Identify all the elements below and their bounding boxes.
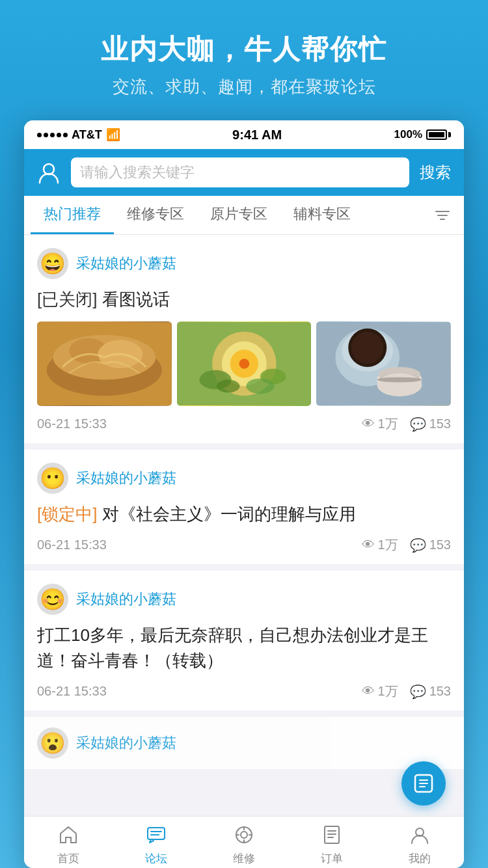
tab-original[interactable]: 原片专区 xyxy=(197,196,280,234)
post-image-1a xyxy=(37,321,172,406)
svg-point-16 xyxy=(246,379,274,394)
comment-icon-3: 💬 xyxy=(410,684,426,699)
svg-point-15 xyxy=(217,380,239,393)
svg-point-26 xyxy=(377,373,422,396)
search-placeholder: 请输入搜索关键字 xyxy=(80,163,195,182)
hero-title: 业内大咖，牛人帮你忙 xyxy=(13,31,475,68)
forum-icon xyxy=(146,824,167,848)
user-icon-button[interactable] xyxy=(34,158,63,187)
tab-repair[interactable]: 维修专区 xyxy=(114,196,197,234)
eye-icon-3: 👁 xyxy=(362,684,375,699)
mine-icon xyxy=(409,824,430,848)
tab-order[interactable]: 订单 xyxy=(288,819,376,866)
post-title-main-1: 看图说话 xyxy=(97,290,169,309)
post-images-1 xyxy=(37,321,451,406)
tab-mine[interactable]: 我的 xyxy=(376,819,464,866)
svg-rect-32 xyxy=(148,828,165,839)
signal-dots xyxy=(37,133,68,137)
views-3: 👁 1万 xyxy=(362,683,398,700)
comments-count-1: 153 xyxy=(429,416,451,431)
post-card-2[interactable]: 😶 采姑娘的小蘑菇 [锁定中] 对《社会主义》一词的理解与应用 06-21 15… xyxy=(24,450,464,564)
order-icon xyxy=(321,824,342,848)
post-date-1: 06-21 15:33 xyxy=(37,416,107,431)
hero-subtitle: 交流、求助、趣闻，都在聚玻论坛 xyxy=(13,75,475,98)
tab-mine-label: 我的 xyxy=(409,851,431,866)
comments-3: 💬 153 xyxy=(410,684,451,699)
post-title-2: [锁定中] 对《社会主义》一词的理解与应用 xyxy=(37,502,451,527)
repair-icon xyxy=(234,824,254,848)
views-count-2: 1万 xyxy=(378,536,398,554)
post-image-1c xyxy=(316,321,451,406)
post-stats-2: 👁 1万 💬 153 xyxy=(362,536,452,554)
comments-2: 💬 153 xyxy=(410,537,451,553)
post-author-3: 😊 采姑娘的小蘑菇 xyxy=(37,584,451,615)
views-1: 👁 1万 xyxy=(362,415,398,433)
tab-hot[interactable]: 热门推荐 xyxy=(31,196,114,234)
status-bar: AT&T 📶 9:41 AM 100% xyxy=(24,120,464,149)
svg-point-36 xyxy=(241,832,247,838)
tab-home-label: 首页 xyxy=(57,851,79,866)
post-title-1: [已关闭] 看图说话 xyxy=(37,287,451,312)
carrier-label: AT&T xyxy=(72,128,102,142)
hero-section: 业内大咖，牛人帮你忙 交流、求助、趣闻，都在聚玻论坛 xyxy=(0,0,488,118)
search-button[interactable]: 搜索 xyxy=(417,162,454,183)
avatar-1: 😄 xyxy=(37,248,68,279)
tab-home[interactable]: 首页 xyxy=(24,819,112,866)
status-left: AT&T 📶 xyxy=(37,128,120,142)
views-count-1: 1万 xyxy=(378,415,398,433)
post-tag-closed: [已关闭] xyxy=(37,290,97,309)
search-input[interactable]: 请输入搜索关键字 xyxy=(71,157,409,187)
battery-percent: 100% xyxy=(394,128,422,141)
avatar-2: 😶 xyxy=(37,463,68,494)
post-meta-3: 06-21 15:33 👁 1万 💬 153 xyxy=(37,683,451,700)
tab-navigation: 热门推荐 维修专区 原片专区 辅料专区 xyxy=(24,196,464,235)
author-name-3: 采姑娘的小蘑菇 xyxy=(76,590,176,609)
battery-icon xyxy=(426,129,451,140)
comments-count-3: 153 xyxy=(429,684,451,699)
comment-icon-1: 💬 xyxy=(410,416,426,432)
search-bar: 请输入搜索关键字 搜索 xyxy=(24,149,464,196)
fab-button[interactable] xyxy=(401,761,446,806)
post-card-1[interactable]: 😄 采姑娘的小蘑菇 [已关闭] 看图说话 xyxy=(24,235,464,443)
eye-icon-2: 👁 xyxy=(362,537,375,552)
author-name-1: 采姑娘的小蘑菇 xyxy=(76,254,176,273)
post-title-3: 打工10多年，最后无奈辞职，自己想办法创业才是王道！奋斗青春！（转载） xyxy=(37,623,451,673)
avatar-partial: 😮 xyxy=(37,727,68,759)
post-meta-2: 06-21 15:33 👁 1万 💬 153 xyxy=(37,536,451,554)
post-card-partial[interactable]: 😮 采姑娘的小蘑菇 xyxy=(24,717,464,769)
post-meta-1: 06-21 15:33 👁 1万 💬 153 xyxy=(37,415,451,433)
tab-repair[interactable]: 维修 xyxy=(200,819,288,866)
tab-order-label: 订单 xyxy=(321,851,343,866)
comments-1: 💬 153 xyxy=(410,416,451,432)
views-count-3: 1万 xyxy=(378,683,398,700)
post-author-2: 😶 采姑娘的小蘑菇 xyxy=(37,463,451,494)
author-name-2: 采姑娘的小蘑菇 xyxy=(76,468,176,488)
post-stats-1: 👁 1万 💬 153 xyxy=(362,415,452,433)
filter-button[interactable] xyxy=(427,207,457,224)
comments-count-2: 153 xyxy=(429,537,451,552)
content-area: 😄 采姑娘的小蘑菇 [已关闭] 看图说话 xyxy=(24,235,464,816)
user-icon xyxy=(37,161,61,184)
post-date-2: 06-21 15:33 xyxy=(37,537,107,552)
svg-point-27 xyxy=(377,377,422,383)
status-right: 100% xyxy=(394,128,451,141)
tab-repair-label: 维修 xyxy=(233,851,255,866)
views-2: 👁 1万 xyxy=(362,536,398,554)
post-author-1: 😄 采姑娘的小蘑菇 xyxy=(37,248,451,279)
svg-point-17 xyxy=(239,359,249,369)
filter-icon xyxy=(434,207,451,224)
comment-icon-2: 💬 xyxy=(410,537,426,553)
post-stats-3: 👁 1万 💬 153 xyxy=(362,683,452,700)
post-tag-locked: [锁定中] xyxy=(37,504,97,524)
eye-icon: 👁 xyxy=(362,416,375,431)
avatar-3: 😊 xyxy=(37,584,68,615)
post-card-3[interactable]: 😊 采姑娘的小蘑菇 打工10多年，最后无奈辞职，自己想办法创业才是王道！奋斗青春… xyxy=(24,571,464,711)
tab-forum[interactable]: 论坛 xyxy=(112,819,200,866)
status-time: 9:41 AM xyxy=(232,128,282,142)
tab-material[interactable]: 辅料专区 xyxy=(280,196,364,234)
post-date-3: 06-21 15:33 xyxy=(37,684,107,699)
post-image-1b xyxy=(177,321,312,406)
tab-forum-label: 论坛 xyxy=(145,851,167,866)
fab-icon xyxy=(412,772,435,795)
author-partial: 采姑娘的小蘑菇 xyxy=(76,733,176,753)
